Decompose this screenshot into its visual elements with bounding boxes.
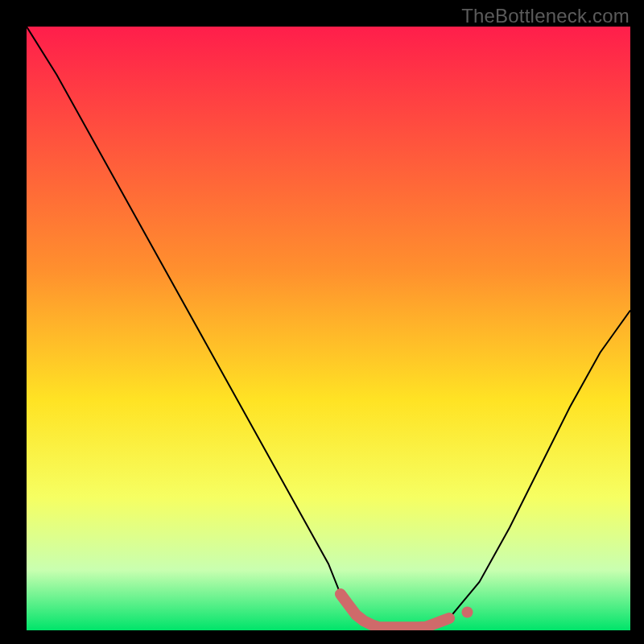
svg-point-0: [462, 607, 473, 618]
watermark-text: TheBottleneck.com: [461, 5, 630, 27]
gradient-background: [27, 27, 630, 630]
chart-frame: TheBottleneck.com: [0, 0, 644, 644]
bottleneck-chart: [27, 27, 630, 630]
